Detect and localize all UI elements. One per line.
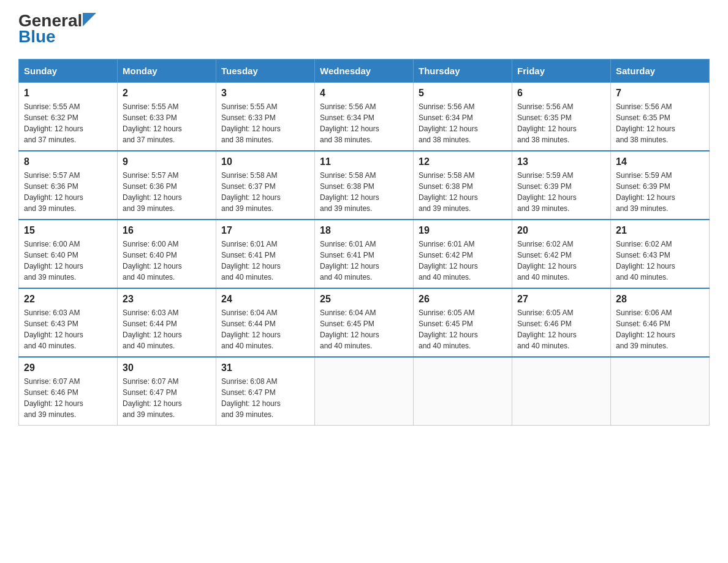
- calendar-cell: 15 Sunrise: 6:00 AM Sunset: 6:40 PM Dayl…: [19, 220, 118, 288]
- day-info: Sunrise: 6:01 AM Sunset: 6:42 PM Dayligh…: [419, 239, 507, 283]
- day-info: Sunrise: 5:59 AM Sunset: 6:39 PM Dayligh…: [616, 170, 704, 214]
- day-info: Sunrise: 5:56 AM Sunset: 6:34 PM Dayligh…: [320, 101, 408, 145]
- calendar-cell: 8 Sunrise: 5:57 AM Sunset: 6:36 PM Dayli…: [19, 151, 118, 220]
- day-info: Sunrise: 6:07 AM Sunset: 6:46 PM Dayligh…: [24, 376, 112, 420]
- day-number: 3: [221, 88, 309, 99]
- calendar-cell: 26 Sunrise: 6:05 AM Sunset: 6:45 PM Dayl…: [414, 288, 512, 357]
- day-number: 9: [123, 156, 211, 167]
- day-info: Sunrise: 6:05 AM Sunset: 6:45 PM Dayligh…: [419, 307, 507, 351]
- calendar-cell: 17 Sunrise: 6:01 AM Sunset: 6:41 PM Dayl…: [216, 220, 315, 288]
- day-info: Sunrise: 5:58 AM Sunset: 6:38 PM Dayligh…: [419, 170, 507, 214]
- day-info: Sunrise: 6:02 AM Sunset: 6:43 PM Dayligh…: [616, 239, 704, 283]
- calendar-cell: 18 Sunrise: 6:01 AM Sunset: 6:41 PM Dayl…: [315, 220, 414, 288]
- calendar-cell: 12 Sunrise: 5:58 AM Sunset: 6:38 PM Dayl…: [414, 151, 512, 220]
- day-number: 7: [616, 88, 704, 99]
- header-tuesday: Tuesday: [216, 59, 315, 83]
- day-number: 5: [419, 88, 507, 99]
- day-info: Sunrise: 6:03 AM Sunset: 6:44 PM Dayligh…: [123, 307, 211, 351]
- header-wednesday: Wednesday: [315, 59, 414, 83]
- day-number: 4: [320, 88, 408, 99]
- day-number: 22: [24, 294, 112, 305]
- day-info: Sunrise: 6:08 AM Sunset: 6:47 PM Dayligh…: [221, 376, 309, 420]
- day-info: Sunrise: 5:59 AM Sunset: 6:39 PM Dayligh…: [517, 170, 605, 214]
- calendar-cell: [414, 357, 512, 426]
- day-number: 2: [123, 88, 211, 99]
- header-thursday: Thursday: [414, 59, 512, 83]
- calendar-cell: 3 Sunrise: 5:55 AM Sunset: 6:33 PM Dayli…: [216, 83, 315, 151]
- calendar-cell: 7 Sunrise: 5:56 AM Sunset: 6:35 PM Dayli…: [611, 83, 710, 151]
- day-number: 11: [320, 156, 408, 167]
- day-number: 6: [517, 88, 605, 99]
- day-number: 13: [517, 156, 605, 167]
- day-info: Sunrise: 6:00 AM Sunset: 6:40 PM Dayligh…: [123, 239, 211, 283]
- day-number: 30: [123, 362, 211, 373]
- header-monday: Monday: [118, 59, 216, 83]
- logo-triangle-icon: [83, 13, 96, 26]
- day-number: 20: [517, 225, 605, 236]
- day-info: Sunrise: 5:55 AM Sunset: 6:32 PM Dayligh…: [24, 101, 112, 145]
- calendar-cell: 19 Sunrise: 6:01 AM Sunset: 6:42 PM Dayl…: [414, 220, 512, 288]
- day-number: 12: [419, 156, 507, 167]
- header: General Blue: [18, 12, 710, 47]
- day-info: Sunrise: 6:05 AM Sunset: 6:46 PM Dayligh…: [517, 307, 605, 351]
- logo-blue-text: Blue: [18, 27, 56, 47]
- day-info: Sunrise: 5:57 AM Sunset: 6:36 PM Dayligh…: [123, 170, 211, 214]
- calendar-cell: 6 Sunrise: 5:56 AM Sunset: 6:35 PM Dayli…: [512, 83, 611, 151]
- calendar-cell: 20 Sunrise: 6:02 AM Sunset: 6:42 PM Dayl…: [512, 220, 611, 288]
- day-number: 27: [517, 294, 605, 305]
- calendar-cell: 13 Sunrise: 5:59 AM Sunset: 6:39 PM Dayl…: [512, 151, 611, 220]
- day-number: 15: [24, 225, 112, 236]
- day-info: Sunrise: 6:04 AM Sunset: 6:44 PM Dayligh…: [221, 307, 309, 351]
- header-sunday: Sunday: [19, 59, 118, 83]
- svg-marker-0: [83, 13, 96, 26]
- day-info: Sunrise: 6:07 AM Sunset: 6:47 PM Dayligh…: [123, 376, 211, 420]
- header-saturday: Saturday: [611, 59, 710, 83]
- day-info: Sunrise: 5:56 AM Sunset: 6:35 PM Dayligh…: [517, 101, 605, 145]
- calendar-cell: 5 Sunrise: 5:56 AM Sunset: 6:34 PM Dayli…: [414, 83, 512, 151]
- day-number: 17: [221, 225, 309, 236]
- calendar-cell: 24 Sunrise: 6:04 AM Sunset: 6:44 PM Dayl…: [216, 288, 315, 357]
- calendar-cell: 29 Sunrise: 6:07 AM Sunset: 6:46 PM Dayl…: [19, 357, 118, 426]
- calendar-table: SundayMondayTuesdayWednesdayThursdayFrid…: [18, 59, 710, 426]
- day-number: 16: [123, 225, 211, 236]
- calendar-cell: 11 Sunrise: 5:58 AM Sunset: 6:38 PM Dayl…: [315, 151, 414, 220]
- day-number: 21: [616, 225, 704, 236]
- calendar-cell: [512, 357, 611, 426]
- day-number: 18: [320, 225, 408, 236]
- day-info: Sunrise: 5:57 AM Sunset: 6:36 PM Dayligh…: [24, 170, 112, 214]
- calendar-cell: 21 Sunrise: 6:02 AM Sunset: 6:43 PM Dayl…: [611, 220, 710, 288]
- day-number: 8: [24, 156, 112, 167]
- day-number: 28: [616, 294, 704, 305]
- calendar-cell: 30 Sunrise: 6:07 AM Sunset: 6:47 PM Dayl…: [118, 357, 216, 426]
- calendar-header-row: SundayMondayTuesdayWednesdayThursdayFrid…: [19, 59, 710, 83]
- calendar-cell: 25 Sunrise: 6:04 AM Sunset: 6:45 PM Dayl…: [315, 288, 414, 357]
- day-info: Sunrise: 6:01 AM Sunset: 6:41 PM Dayligh…: [221, 239, 309, 283]
- day-number: 19: [419, 225, 507, 236]
- day-number: 25: [320, 294, 408, 305]
- day-number: 31: [221, 362, 309, 373]
- logo: General Blue: [18, 12, 96, 47]
- day-info: Sunrise: 5:58 AM Sunset: 6:37 PM Dayligh…: [221, 170, 309, 214]
- calendar-week-row: 15 Sunrise: 6:00 AM Sunset: 6:40 PM Dayl…: [19, 220, 710, 288]
- calendar-week-row: 29 Sunrise: 6:07 AM Sunset: 6:46 PM Dayl…: [19, 357, 710, 426]
- calendar-week-row: 22 Sunrise: 6:03 AM Sunset: 6:43 PM Dayl…: [19, 288, 710, 357]
- calendar-week-row: 1 Sunrise: 5:55 AM Sunset: 6:32 PM Dayli…: [19, 83, 710, 151]
- calendar-week-row: 8 Sunrise: 5:57 AM Sunset: 6:36 PM Dayli…: [19, 151, 710, 220]
- day-number: 24: [221, 294, 309, 305]
- day-info: Sunrise: 6:02 AM Sunset: 6:42 PM Dayligh…: [517, 239, 605, 283]
- calendar-cell: 16 Sunrise: 6:00 AM Sunset: 6:40 PM Dayl…: [118, 220, 216, 288]
- header-friday: Friday: [512, 59, 611, 83]
- day-info: Sunrise: 6:00 AM Sunset: 6:40 PM Dayligh…: [24, 239, 112, 283]
- day-info: Sunrise: 5:56 AM Sunset: 6:35 PM Dayligh…: [616, 101, 704, 145]
- day-number: 26: [419, 294, 507, 305]
- day-info: Sunrise: 6:03 AM Sunset: 6:43 PM Dayligh…: [24, 307, 112, 351]
- day-number: 29: [24, 362, 112, 373]
- calendar-cell: 10 Sunrise: 5:58 AM Sunset: 6:37 PM Dayl…: [216, 151, 315, 220]
- calendar-cell: 1 Sunrise: 5:55 AM Sunset: 6:32 PM Dayli…: [19, 83, 118, 151]
- calendar-cell: 23 Sunrise: 6:03 AM Sunset: 6:44 PM Dayl…: [118, 288, 216, 357]
- day-number: 1: [24, 88, 112, 99]
- calendar-cell: [611, 357, 710, 426]
- day-info: Sunrise: 6:04 AM Sunset: 6:45 PM Dayligh…: [320, 307, 408, 351]
- calendar-cell: 14 Sunrise: 5:59 AM Sunset: 6:39 PM Dayl…: [611, 151, 710, 220]
- day-info: Sunrise: 5:55 AM Sunset: 6:33 PM Dayligh…: [221, 101, 309, 145]
